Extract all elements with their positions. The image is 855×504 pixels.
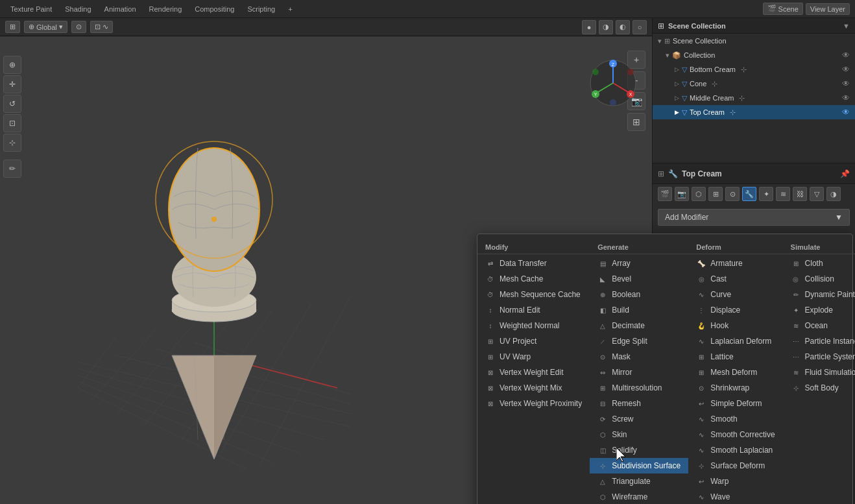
menu-collision[interactable]: ◎ Collision — [783, 271, 855, 287]
menu-vertex-weight-proximity[interactable]: ⊠ Vertex Weight Proximity — [477, 396, 590, 411]
menu-bevel[interactable]: ◣ Bevel — [590, 271, 688, 287]
cursor-tool[interactable]: ⊕ — [3, 56, 21, 74]
add-modifier-button[interactable]: Add Modifier ▼ — [658, 209, 850, 226]
outliner-collection[interactable]: ▾ 📦 Collection 👁 — [653, 48, 855, 62]
viewport-shading-wireframe[interactable]: ○ — [632, 20, 647, 34]
tab-scripting[interactable]: Scripting — [242, 3, 280, 15]
menu-wireframe[interactable]: ⬡ Wireframe — [590, 489, 688, 504]
menu-multiresolution[interactable]: ⊞ Multiresolution — [590, 380, 688, 396]
eye-icon-cone[interactable]: 👁 — [842, 79, 850, 88]
menu-laplacian-deform[interactable]: ∿ Laplacian Deform — [688, 333, 782, 349]
menu-surface-deform[interactable]: ⊹ Surface Deform — [688, 458, 782, 474]
outliner-cone[interactable]: ▷ ▽ Cone ⊹ 👁 — [653, 77, 855, 91]
menu-uv-project[interactable]: ⊞ UV Project — [477, 333, 590, 349]
outliner-middle-cream[interactable]: ▷ ▽ Middle Cream ⊹ 👁 — [653, 91, 855, 105]
outliner-bottom-cream[interactable]: ▷ ▽ Bottom Cream ⊹ 👁 — [653, 62, 855, 77]
menu-cloth[interactable]: ⊞ Cloth — [783, 256, 855, 271]
menu-array[interactable]: ▤ Array — [590, 256, 688, 271]
menu-fluid-simulation[interactable]: ≋ Fluid Simulation — [783, 365, 855, 380]
menu-displace[interactable]: ⋮ Displace — [688, 302, 782, 318]
menu-remesh[interactable]: ⊟ Remesh — [590, 396, 688, 411]
menu-ocean[interactable]: ≋ Ocean — [783, 318, 855, 333]
menu-mesh-deform[interactable]: ⊞ Mesh Deform — [688, 365, 782, 380]
menu-mask[interactable]: ⊙ Mask — [590, 349, 688, 365]
props-tab-constraints[interactable]: ⛓ — [793, 187, 807, 201]
menu-decimate[interactable]: △ Decimate — [590, 318, 688, 333]
menu-normal-edit[interactable]: ↕ Normal Edit — [477, 302, 590, 318]
props-tab-view[interactable]: ⊞ — [708, 187, 723, 201]
viewport-shading-material[interactable]: ◑ — [599, 20, 613, 34]
transform-tool[interactable]: ⊹ — [3, 134, 21, 152]
menu-smooth-laplacian[interactable]: ∿ Smooth Laplacian — [688, 442, 782, 458]
viewport-mode-menu[interactable]: ⊞ — [5, 21, 20, 33]
menu-simple-deform[interactable]: ↩ Simple Deform — [688, 396, 782, 411]
menu-hook[interactable]: 🪝 Hook — [688, 318, 782, 333]
menu-data-transfer[interactable]: ⇄ Data Transfer — [477, 256, 590, 271]
menu-wave[interactable]: ∿ Wave — [688, 489, 782, 504]
menu-particle-instance[interactable]: ⋯ Particle Instance — [783, 333, 855, 349]
menu-edge-split[interactable]: ⟋ Edge Split — [590, 333, 688, 349]
menu-dynamic-paint[interactable]: ✏ Dynamic Paint — [783, 287, 855, 302]
global-local-toggle[interactable]: ⊕ Global ▾ — [24, 21, 67, 33]
menu-mesh-cache[interactable]: ⏱ Mesh Cache — [477, 271, 590, 287]
menu-subdivision-surface[interactable]: ⊹ Subdivision Surface — [590, 458, 688, 474]
viewport-shading-rendered[interactable]: ◐ — [616, 20, 630, 34]
menu-mesh-seq-cache[interactable]: ⏱ Mesh Sequence Cache — [477, 287, 590, 302]
annotate-tool[interactable]: ✏ — [3, 160, 21, 178]
viewlayer-selector[interactable]: View Layer — [806, 3, 850, 15]
eye-icon-bc[interactable]: 👁 — [842, 65, 850, 74]
eye-icon[interactable]: 👁 — [842, 51, 850, 60]
scene-selector[interactable]: 🎬 Scene — [763, 3, 803, 15]
menu-lattice[interactable]: ⊞ Lattice — [688, 349, 782, 365]
menu-armature[interactable]: 🦴 Armature — [688, 256, 782, 271]
scene-collection-item[interactable]: ▾ ⊞ Scene Collection — [653, 34, 855, 48]
menu-boolean[interactable]: ⊕ Boolean — [590, 287, 688, 302]
tab-animation[interactable]: Animation — [99, 3, 141, 15]
menu-vertex-weight-mix[interactable]: ⊠ Vertex Weight Mix — [477, 380, 590, 396]
props-tab-output[interactable]: ⬡ — [692, 187, 706, 201]
tab-rendering[interactable]: Rendering — [144, 3, 187, 15]
move-tool[interactable]: ✛ — [3, 75, 21, 93]
outliner-top-cream[interactable]: ▶ ▽ Top Cream ⊹ 👁 — [653, 105, 855, 119]
snap-toggle[interactable]: ⊡ ∿ — [90, 21, 113, 33]
navigation-gizmo[interactable]: Z X Y — [587, 57, 639, 109]
menu-solidify[interactable]: ◫ Solidify — [590, 442, 688, 458]
tab-compositing[interactable]: Compositing — [189, 3, 239, 15]
menu-curve[interactable]: ∿ Curve — [688, 287, 782, 302]
menu-soft-body[interactable]: ⊹ Soft Body — [783, 380, 855, 396]
menu-weighted-normal[interactable]: ↕ Weighted Normal — [477, 318, 590, 333]
outliner-filter-icon[interactable]: ▼ — [843, 22, 850, 30]
menu-explode[interactable]: ✦ Explode — [783, 302, 855, 318]
menu-skin[interactable]: ⬡ Skin — [590, 427, 688, 442]
menu-cast[interactable]: ◎ Cast — [688, 271, 782, 287]
menu-smooth[interactable]: ∿ Smooth — [688, 411, 782, 427]
menu-triangulate[interactable]: △ Triangulate — [590, 474, 688, 489]
menu-warp[interactable]: ↩ Warp — [688, 474, 782, 489]
tab-plus[interactable]: + — [283, 3, 297, 15]
eye-icon-tc[interactable]: 👁 — [842, 108, 850, 117]
toggle-sidebar-btn[interactable]: ⊞ — [627, 113, 645, 131]
props-tab-modifier[interactable]: 🔧 — [742, 187, 756, 201]
props-tab-physics[interactable]: ≋ — [776, 187, 790, 201]
menu-uv-warp[interactable]: ⊞ UV Warp — [477, 349, 590, 365]
props-tab-render[interactable]: 📷 — [675, 187, 689, 201]
props-tab-data[interactable]: ▽ — [810, 187, 824, 201]
props-tab-material[interactable]: ◑ — [826, 187, 841, 201]
props-tab-particles[interactable]: ✦ — [759, 187, 773, 201]
menu-build[interactable]: ◧ Build — [590, 302, 688, 318]
pivot-point[interactable]: ⊙ — [71, 21, 86, 33]
scale-tool[interactable]: ⊡ — [3, 114, 21, 132]
menu-vertex-weight-edit[interactable]: ⊠ Vertex Weight Edit — [477, 365, 590, 380]
rotate-tool[interactable]: ↺ — [3, 95, 21, 113]
menu-mirror[interactable]: ⇔ Mirror — [590, 365, 688, 380]
menu-shrinkwrap[interactable]: ⊙ Shrinkwrap — [688, 380, 782, 396]
props-tab-scene[interactable]: 🎬 — [658, 187, 672, 201]
props-pin-icon[interactable]: 📌 — [840, 169, 850, 178]
menu-particle-system[interactable]: ⋯ Particle System — [783, 349, 855, 365]
props-tab-object[interactable]: ⊙ — [725, 187, 740, 201]
tab-shading[interactable]: Shading — [60, 3, 96, 15]
viewport-shading-solid[interactable]: ● — [582, 20, 596, 34]
eye-icon-mc[interactable]: 👁 — [842, 93, 850, 102]
tab-texture-paint[interactable]: Texture Paint — [5, 3, 57, 15]
menu-screw[interactable]: ⟳ Screw — [590, 411, 688, 427]
